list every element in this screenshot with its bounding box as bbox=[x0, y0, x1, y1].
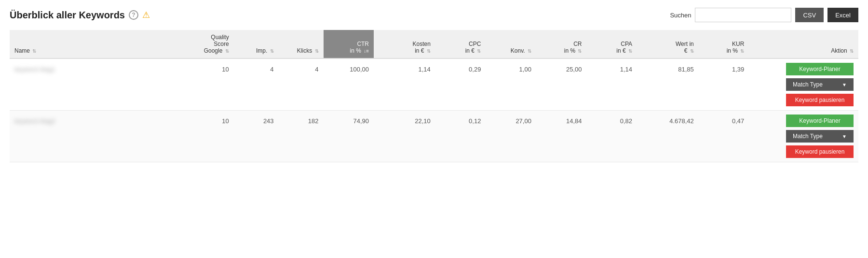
keyword-planer-button[interactable]: Keyword-Planer bbox=[786, 63, 854, 75]
search-label: Suchen bbox=[670, 12, 691, 19]
cell-cpa: 1,14 bbox=[586, 58, 637, 111]
col-header-qs: QualityScoreGoogle ⇅ bbox=[178, 30, 234, 58]
cell-cr: 25,00 bbox=[536, 58, 587, 111]
col-header-imp: Imp. ⇅ bbox=[234, 30, 279, 58]
col-header-cr: CRin % ⇅ bbox=[536, 30, 587, 58]
cell-cpc: 0,12 bbox=[435, 111, 486, 162]
table-row: keyword #tag21024318274,9022,100,1227,00… bbox=[10, 111, 858, 162]
cell-qs: 10 bbox=[178, 111, 234, 162]
cell-kur: 1,39 bbox=[699, 58, 749, 111]
sort-icon-kosten[interactable]: ⇅ bbox=[427, 48, 431, 54]
col-header-cpa: CPAin € ⇅ bbox=[586, 30, 637, 58]
cell-action: Keyword-PlanerMatch Type▼Keyword pausier… bbox=[749, 111, 858, 162]
col-header-ctr: CTRin % ↓≡ bbox=[324, 30, 374, 58]
col-header-action: Aktion ⇅ bbox=[749, 30, 858, 58]
sort-icon-name[interactable]: ⇅ bbox=[32, 48, 36, 54]
cell-qs: 10 bbox=[178, 58, 234, 111]
csv-button[interactable]: CSV bbox=[795, 8, 824, 22]
cell-imp: 243 bbox=[234, 111, 279, 162]
cell-wert: 4.678,42 bbox=[637, 111, 699, 162]
cell-name: keyword #tag1 bbox=[10, 58, 178, 111]
table-row: keyword #tag11044100,001,140,291,0025,00… bbox=[10, 58, 858, 111]
cell-action: Keyword-PlanerMatch Type▼Keyword pausier… bbox=[749, 58, 858, 111]
title-area: Überblick aller Keywords ? ⚠ bbox=[10, 10, 150, 21]
col-header-kur: KURin % ⇅ bbox=[699, 30, 749, 58]
match-type-button[interactable]: Match Type▼ bbox=[786, 130, 854, 143]
table-body: keyword #tag11044100,001,140,291,0025,00… bbox=[10, 58, 858, 162]
col-header-cpc: CPCin € ⇅ bbox=[435, 30, 486, 58]
sort-icon-ctr[interactable]: ↓≡ bbox=[364, 48, 369, 54]
col-header-kosten: Kostenin € ⇅ bbox=[374, 30, 435, 58]
cell-ctr: 100,00 bbox=[324, 58, 374, 111]
sort-icon-qs[interactable]: ⇅ bbox=[225, 48, 229, 54]
cell-cr: 14,84 bbox=[536, 111, 587, 162]
col-header-wert: Wert in€ ⇅ bbox=[637, 30, 699, 58]
cell-wert: 81,85 bbox=[637, 58, 699, 111]
sort-icon-wert[interactable]: ⇅ bbox=[690, 48, 694, 54]
match-type-button[interactable]: Match Type▼ bbox=[786, 78, 854, 91]
sort-icon-kur[interactable]: ⇅ bbox=[740, 48, 744, 54]
search-input[interactable] bbox=[695, 8, 791, 22]
cell-klicks: 4 bbox=[279, 58, 324, 111]
sort-icon-klicks[interactable]: ⇅ bbox=[315, 48, 319, 54]
sort-icon-cpa[interactable]: ⇅ bbox=[628, 48, 632, 54]
sort-icon-action[interactable]: ⇅ bbox=[850, 48, 854, 54]
cell-konv: 27,00 bbox=[486, 111, 536, 162]
top-right-controls: Suchen CSV Excel bbox=[670, 8, 858, 22]
cell-cpc: 0,29 bbox=[435, 58, 486, 111]
sort-icon-cr[interactable]: ⇅ bbox=[578, 48, 582, 54]
sort-icon-imp[interactable]: ⇅ bbox=[270, 48, 274, 54]
col-header-konv: Konv. ⇅ bbox=[486, 30, 536, 58]
cell-ctr: 74,90 bbox=[324, 111, 374, 162]
cell-name: keyword #tag2 bbox=[10, 111, 178, 162]
col-header-name: Name ⇅ bbox=[10, 30, 178, 58]
cell-kur: 0,47 bbox=[699, 111, 749, 162]
page-title: Überblick aller Keywords bbox=[10, 10, 125, 21]
cell-kosten: 22,10 bbox=[374, 111, 435, 162]
cell-kosten: 1,14 bbox=[374, 58, 435, 111]
keyword-pausieren-button[interactable]: Keyword pausieren bbox=[786, 145, 854, 158]
keyword-pausieren-button[interactable]: Keyword pausieren bbox=[786, 94, 854, 106]
sort-icon-konv[interactable]: ⇅ bbox=[528, 48, 531, 54]
help-icon[interactable]: ? bbox=[129, 10, 138, 20]
cell-klicks: 182 bbox=[279, 111, 324, 162]
top-bar: Überblick aller Keywords ? ⚠ Suchen CSV … bbox=[10, 8, 858, 22]
keyword-planer-button[interactable]: Keyword-Planer bbox=[786, 115, 854, 127]
keywords-table: Name ⇅ QualityScoreGoogle ⇅ Imp. ⇅ Klick… bbox=[10, 30, 858, 162]
cell-imp: 4 bbox=[234, 58, 279, 111]
sort-icon-cpc[interactable]: ⇅ bbox=[477, 48, 481, 54]
warning-icon: ⚠ bbox=[142, 10, 150, 20]
cell-konv: 1,00 bbox=[486, 58, 536, 111]
col-header-klicks: Klicks ⇅ bbox=[279, 30, 324, 58]
excel-button[interactable]: Excel bbox=[827, 8, 858, 22]
table-header: Name ⇅ QualityScoreGoogle ⇅ Imp. ⇅ Klick… bbox=[10, 30, 858, 58]
cell-cpa: 0,82 bbox=[586, 111, 637, 162]
